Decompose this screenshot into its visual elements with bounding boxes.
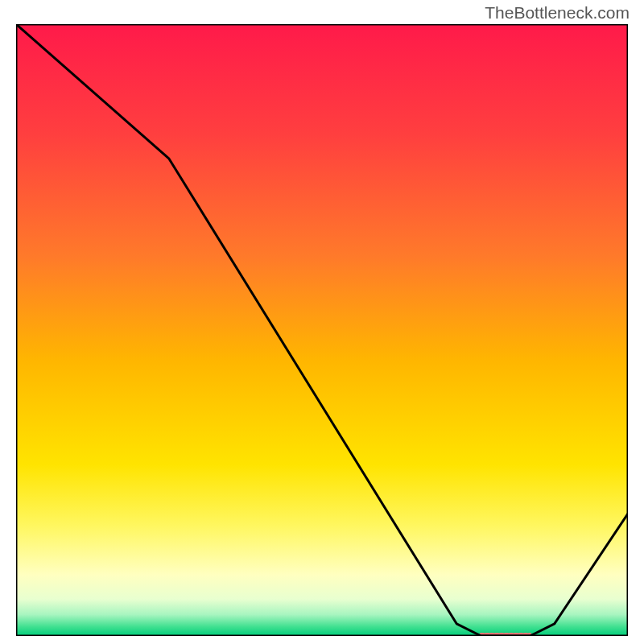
gradient-background xyxy=(16,24,628,636)
chart-container: TheBottleneck.com xyxy=(0,0,644,644)
chart-plot-area xyxy=(16,24,628,636)
watermark-label: TheBottleneck.com xyxy=(485,3,630,23)
chart-svg xyxy=(16,24,628,636)
